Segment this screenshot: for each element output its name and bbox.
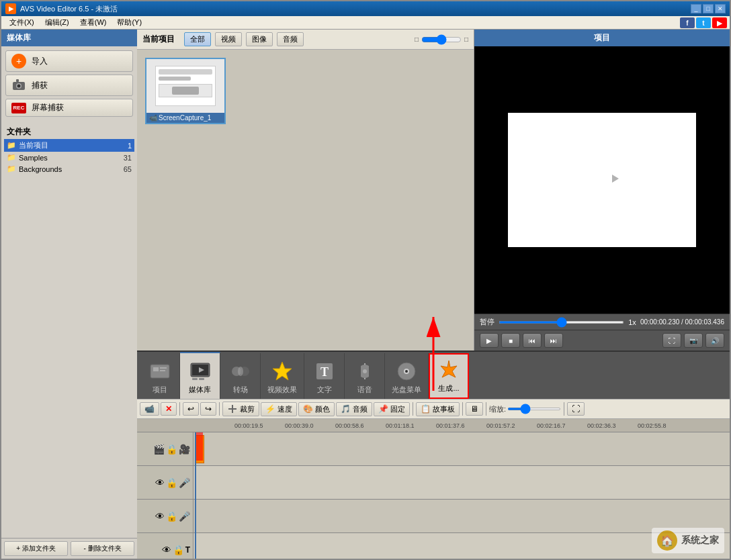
edit-toolbar: 📹 ✕ ↩ ↪ 裁剪 xyxy=(137,399,730,419)
add-folder-button[interactable]: + 添加文件夹 xyxy=(4,541,68,556)
track-row-4[interactable] xyxy=(194,533,730,559)
content-area: 媒体库 + 导入 捕获 REC 屏幕捕获 文件夹 xyxy=(1,30,730,559)
track-4-eye-icon[interactable]: 👁 xyxy=(162,545,171,555)
track-2-eye-icon[interactable]: 👁 xyxy=(155,477,165,488)
toolbar-fit-btn[interactable]: ⛶ xyxy=(567,402,585,416)
folder-samples-name: Samples xyxy=(19,154,48,162)
close-button[interactable]: ✕ xyxy=(715,4,726,13)
filter-image-button[interactable]: 图像 xyxy=(246,32,273,46)
folder-samples[interactable]: 📁 Samples 31 xyxy=(4,152,134,163)
tab-disc-menu-label: 光盘菜单 xyxy=(392,385,421,395)
track-row-1[interactable] xyxy=(194,432,730,466)
tab-audio[interactable]: 语音 xyxy=(345,353,385,399)
track-4-text-icon[interactable]: T xyxy=(185,545,190,555)
middle-panel: 当前项目 全部 视频 图像 音频 □ □ xyxy=(137,30,474,351)
filter-audio-button[interactable]: 音频 xyxy=(277,32,304,46)
maximize-button[interactable]: □ xyxy=(703,4,714,13)
text-tab-icon: T xyxy=(314,361,335,382)
svg-marker-23 xyxy=(441,361,457,377)
prev-button[interactable]: ⏮ xyxy=(523,333,542,348)
play-button[interactable]: ▶ xyxy=(480,333,499,348)
screen-capture-button[interactable]: REC 屏幕捕获 xyxy=(5,99,133,117)
track-row-2[interactable] xyxy=(194,466,730,500)
ruler-mark-1: 00:00:19.5 xyxy=(234,419,263,432)
minimize-button[interactable]: _ xyxy=(691,4,701,13)
tab-text[interactable]: T 文字 xyxy=(304,353,345,399)
track-2-audio-icon[interactable]: 🎤 xyxy=(179,477,190,488)
tab-disc-menu[interactable]: 光盘菜单 xyxy=(385,353,429,399)
tab-project[interactable]: 项目 xyxy=(140,353,180,399)
folder-backgrounds[interactable]: 📁 Backgrounds 65 xyxy=(4,163,134,175)
remove-folder-button[interactable]: - 删除文件夹 xyxy=(71,541,134,556)
volume-button[interactable]: 🔊 xyxy=(705,333,724,348)
pause-button[interactable]: 暂停 xyxy=(480,317,494,327)
tab-transition-label: 转场 xyxy=(233,385,248,395)
toolbar-delete-btn[interactable]: ✕ xyxy=(161,402,177,416)
screenshot-button[interactable]: 📷 xyxy=(684,333,703,348)
svg-rect-11 xyxy=(192,378,198,380)
folders-label: 文件夹 xyxy=(4,124,134,139)
toolbar-storyboard-btn[interactable]: 📋 故事板 xyxy=(416,402,460,416)
menu-edit[interactable]: 编辑(Z) xyxy=(40,16,75,29)
toolbar-fixed-btn[interactable]: 📌 固定 xyxy=(374,402,410,416)
tab-media[interactable]: 媒体库 xyxy=(180,352,220,399)
tab-generate-label: 生成... xyxy=(438,383,459,393)
toolbar-fixed-label: 固定 xyxy=(390,404,405,414)
track-1-video-icon[interactable]: 🎥 xyxy=(179,444,190,455)
toolbar-speed-btn[interactable]: ⚡ 速度 xyxy=(261,402,297,416)
toolbar-monitor-btn[interactable]: 🖥 xyxy=(466,402,483,416)
tab-video-effects[interactable]: 视频效果 xyxy=(261,353,304,399)
twitter-icon[interactable]: t xyxy=(696,17,711,28)
toolbar-audio-btn[interactable]: 🎵 音频 xyxy=(336,402,372,416)
youtube-icon[interactable]: ▶ xyxy=(712,17,727,28)
track-1-film-icon[interactable]: 🎬 xyxy=(153,444,165,455)
size-slider[interactable] xyxy=(421,34,462,45)
tab-transition[interactable]: 转场 xyxy=(220,353,261,399)
track-3-audio-icon[interactable]: 🎤 xyxy=(179,511,190,522)
toolbar-audio-label: 音频 xyxy=(353,404,368,414)
fullscreen-button[interactable]: ⛶ xyxy=(662,333,681,348)
svg-text:T: T xyxy=(320,365,328,379)
folder-current-project[interactable]: 📁 当前项目 1 xyxy=(4,139,134,152)
toolbar-cut-btn[interactable]: 裁剪 xyxy=(222,402,259,416)
menu-view[interactable]: 查看(W) xyxy=(75,16,112,29)
playhead[interactable] xyxy=(195,432,196,559)
speed-slider[interactable] xyxy=(499,321,624,324)
menu-file[interactable]: 文件(X) xyxy=(4,16,40,29)
stop-button[interactable]: ■ xyxy=(501,333,520,348)
toolbar-cut-label: 裁剪 xyxy=(240,404,255,414)
track-content xyxy=(194,432,730,559)
media-thumb-screencapture xyxy=(146,59,224,113)
ruler-mark-4: 00:01:18.1 xyxy=(386,419,415,432)
import-button[interactable]: + 导入 xyxy=(5,50,133,72)
window-controls[interactable]: _ □ ✕ xyxy=(691,4,726,13)
svg-rect-3 xyxy=(16,79,19,82)
ruler-mark-2: 00:00:39.0 xyxy=(285,419,314,432)
toolbar-redo-btn[interactable]: ↪ xyxy=(200,402,216,416)
zoom-slider[interactable] xyxy=(507,408,561,410)
toolbar-color-btn[interactable]: 🎨 颜色 xyxy=(298,402,335,416)
track-4-lock-icon[interactable]: 🔒 xyxy=(173,545,184,555)
toolbar-video-btn[interactable]: 📹 xyxy=(140,402,159,416)
filter-video-button[interactable]: 视频 xyxy=(215,32,242,46)
track-row-3[interactable] xyxy=(194,500,730,533)
tab-generate[interactable]: 生成... xyxy=(429,353,469,399)
svg-point-15 xyxy=(238,367,243,376)
toolbar-undo-btn[interactable]: ↩ xyxy=(183,402,199,416)
ruler-mark-3: 00:00:58.6 xyxy=(335,419,364,432)
left-buttons: + 导入 捕获 REC 屏幕捕获 xyxy=(1,46,137,121)
current-project-header: 当前项目 全部 视频 图像 音频 □ □ xyxy=(137,30,474,50)
next-button[interactable]: ⏭ xyxy=(544,333,563,348)
capture-button[interactable]: 捕获 xyxy=(5,75,133,96)
facebook-icon[interactable]: f xyxy=(680,17,695,28)
project-tab-icon xyxy=(149,361,171,382)
toolbar-sep-5 xyxy=(486,402,486,416)
track-3-lock-icon[interactable]: 🔒 xyxy=(166,511,177,522)
folders-section: 文件夹 📁 当前项目 1 📁 Samples 31 📁 Backgrounds … xyxy=(1,121,137,538)
media-item-screencapture[interactable]: 📹 ScreenCapture_1 xyxy=(145,58,226,124)
filter-all-button[interactable]: 全部 xyxy=(184,32,211,46)
menu-help[interactable]: 帮助(Y) xyxy=(112,16,147,29)
track-3-eye-icon[interactable]: 👁 xyxy=(155,511,165,522)
track-1-lock-icon[interactable]: 🔒 xyxy=(166,444,177,455)
track-2-lock-icon[interactable]: 🔒 xyxy=(166,477,177,488)
